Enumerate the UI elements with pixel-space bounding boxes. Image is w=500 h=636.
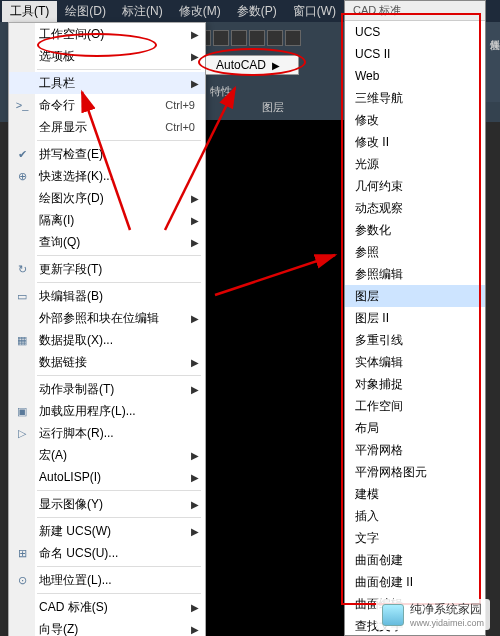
menubar-item[interactable]: 参数(P)	[229, 1, 285, 22]
chevron-right-icon: ▶	[191, 624, 199, 635]
toolbar-list-item[interactable]: 对象捕捉	[345, 373, 485, 395]
menu-item[interactable]: 动作录制器(T)▶	[9, 378, 205, 400]
menu-item[interactable]: >_命令行Ctrl+9	[9, 94, 205, 116]
menu-item-label: 外部参照和块在位编辑	[39, 310, 205, 327]
ribbon-box	[267, 30, 283, 46]
menubar-item[interactable]: 修改(M)	[171, 1, 229, 22]
menu-item-label: 查询(Q)	[39, 234, 205, 251]
watermark-url: www.yidaimei.com	[410, 618, 484, 628]
menu-separator	[37, 140, 201, 141]
menu-item[interactable]: 工具栏▶	[9, 72, 205, 94]
menu-item[interactable]: CAD 标准(S)▶	[9, 596, 205, 618]
menu-item[interactable]: 选项板▶	[9, 45, 205, 67]
menu-item-label: 工具栏	[39, 75, 205, 92]
menubar-item[interactable]: 标注(N)	[114, 1, 171, 22]
drawing-canvas[interactable]	[206, 120, 344, 636]
toolbar-list-item[interactable]: 实体编辑	[345, 351, 485, 373]
menu-separator	[37, 517, 201, 518]
menu-item-label: 加载应用程序(L)...	[39, 403, 205, 420]
toolbar-list-item[interactable]: 参照	[345, 241, 485, 263]
menu-item-label: 数据链接	[39, 354, 205, 371]
toolbar-list-item[interactable]: 平滑网格	[345, 439, 485, 461]
menu-item-shortcut: Ctrl+9	[165, 99, 205, 111]
menu-item-icon: >_	[14, 97, 30, 113]
menu-item-label: 地理位置(L)...	[39, 572, 205, 589]
menu-item-icon: ⊕	[14, 168, 30, 184]
menu-item[interactable]: 全屏显示Ctrl+0	[9, 116, 205, 138]
toolbar-list-item[interactable]: 参数化	[345, 219, 485, 241]
toolbar-list-item[interactable]: UCS II	[345, 43, 485, 65]
menu-item[interactable]: ✔拼写检查(E)	[9, 143, 205, 165]
menu-item[interactable]: 显示图像(Y)▶	[9, 493, 205, 515]
menu-item-icon: ▷	[14, 425, 30, 441]
toolbar-list-item[interactable]: 曲面创建 II	[345, 571, 485, 593]
menu-item-icon: ⊙	[14, 572, 30, 588]
chevron-right-icon: ▶	[191, 602, 199, 613]
menu-item[interactable]: 宏(A)▶	[9, 444, 205, 466]
menubar-item[interactable]: 窗口(W)	[285, 1, 344, 22]
menu-item[interactable]: ⊞命名 UCS(U)...	[9, 542, 205, 564]
toolbar-list-item[interactable]: 平滑网格图元	[345, 461, 485, 483]
menu-item-label: 数据提取(X)...	[39, 332, 205, 349]
toolbar-list-item[interactable]: Web	[345, 65, 485, 87]
toolbar-list-item[interactable]: 多重引线	[345, 329, 485, 351]
toolbar-list-item[interactable]: 光源	[345, 153, 485, 175]
menu-item-label: 命令行	[39, 97, 165, 114]
chevron-right-icon: ▶	[272, 60, 280, 71]
menu-item-label: 显示图像(Y)	[39, 496, 205, 513]
menu-item-label: 选项板	[39, 48, 205, 65]
menubar-item[interactable]: 工具(T)	[2, 1, 57, 22]
menu-item-icon: ▭	[14, 288, 30, 304]
menu-item[interactable]: 新建 UCS(W)▶	[9, 520, 205, 542]
toolbar-list-item[interactable]: 插入	[345, 505, 485, 527]
menu-item[interactable]: ⊕快速选择(K)...	[9, 165, 205, 187]
toolbar-list-item[interactable]: 图层	[345, 285, 485, 307]
menu-item[interactable]: 绘图次序(D)▶	[9, 187, 205, 209]
menu-item-icon: ↻	[14, 261, 30, 277]
toolbar-list-item[interactable]: 工作空间	[345, 395, 485, 417]
menu-item[interactable]: ▣加载应用程序(L)...	[9, 400, 205, 422]
submenu-label: AutoCAD	[216, 58, 266, 72]
menu-item[interactable]: AutoLISP(I)▶	[9, 466, 205, 488]
menu-item[interactable]: ▦数据提取(X)...	[9, 329, 205, 351]
menu-item[interactable]: 数据链接▶	[9, 351, 205, 373]
menu-item[interactable]: 向导(Z)▶	[9, 618, 205, 636]
toolbar-list-item[interactable]: 布局	[345, 417, 485, 439]
menu-item-label: 全屏显示	[39, 119, 165, 136]
toolbar-list-item[interactable]: 曲面创建	[345, 549, 485, 571]
menu-separator	[37, 593, 201, 594]
chevron-right-icon: ▶	[191, 526, 199, 537]
chevron-right-icon: ▶	[191, 450, 199, 461]
toolbar-list-item[interactable]: 建模	[345, 483, 485, 505]
menubar-item[interactable]: 绘图(D)	[57, 1, 114, 22]
chevron-right-icon: ▶	[191, 29, 199, 40]
menu-separator	[37, 375, 201, 376]
menu-item-label: 命名 UCS(U)...	[39, 545, 205, 562]
toolbar-list-item[interactable]: 动态观察	[345, 197, 485, 219]
menu-item-label: 向导(Z)	[39, 621, 205, 637]
toolbar-list-item[interactable]: UCS	[345, 21, 485, 43]
toolbar-list-item[interactable]: 图层 II	[345, 307, 485, 329]
menu-item[interactable]: 查询(Q)▶	[9, 231, 205, 253]
toolbar-list-item[interactable]: 修改 II	[345, 131, 485, 153]
submenu-autocad[interactable]: AutoCAD ▶	[205, 55, 299, 75]
menu-item[interactable]: ↻更新字段(T)	[9, 258, 205, 280]
ribbon-box	[249, 30, 265, 46]
toolbar-list-item[interactable]: 修改	[345, 109, 485, 131]
menu-item[interactable]: 隔离(I)▶	[9, 209, 205, 231]
ribbon-box	[231, 30, 247, 46]
toolbar-list-item[interactable]: 文字	[345, 527, 485, 549]
toolbar-list-item[interactable]: 参照编辑	[345, 263, 485, 285]
menu-item[interactable]: ⊙地理位置(L)...	[9, 569, 205, 591]
menu-item-label: CAD 标准(S)	[39, 599, 205, 616]
chevron-right-icon: ▶	[191, 215, 199, 226]
panel-label-layers: 图层	[262, 100, 284, 115]
toolbar-list-item[interactable]: 几何约束	[345, 175, 485, 197]
menu-item[interactable]: 工作空间(O)▶	[9, 23, 205, 45]
chevron-right-icon: ▶	[191, 78, 199, 89]
menu-item[interactable]: 外部参照和块在位编辑▶	[9, 307, 205, 329]
ribbon-box	[213, 30, 229, 46]
menu-item[interactable]: ▷运行脚本(R)...	[9, 422, 205, 444]
toolbar-list-item[interactable]: 三维导航	[345, 87, 485, 109]
menu-item[interactable]: ▭块编辑器(B)	[9, 285, 205, 307]
